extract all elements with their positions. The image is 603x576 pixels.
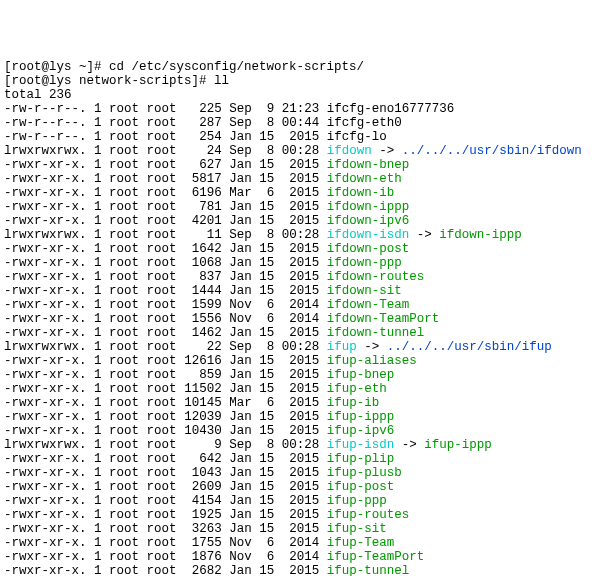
file-date: Jan 15 2015 bbox=[229, 494, 319, 508]
file-permissions: -rwxr-xr-x. bbox=[4, 158, 87, 172]
file-name: ifdown-sit bbox=[327, 284, 402, 298]
symlink-target: ifdown-ippp bbox=[439, 228, 522, 242]
file-size: 22 bbox=[184, 340, 222, 354]
file-permissions: -rwxr-xr-x. bbox=[4, 424, 87, 438]
file-owner: root bbox=[109, 550, 139, 564]
file-owner: root bbox=[109, 102, 139, 116]
symlink-target: ifup-ippp bbox=[424, 438, 492, 452]
link-count: 1 bbox=[94, 200, 102, 214]
file-date: Jan 15 2015 bbox=[229, 200, 319, 214]
file-permissions: -rwxr-xr-x. bbox=[4, 522, 87, 536]
file-group: root bbox=[147, 298, 177, 312]
link-count: 1 bbox=[94, 522, 102, 536]
file-size: 225 bbox=[184, 102, 222, 116]
file-name: ifdown-post bbox=[327, 242, 410, 256]
link-count: 1 bbox=[94, 158, 102, 172]
file-size: 4201 bbox=[184, 214, 222, 228]
file-owner: root bbox=[109, 144, 139, 158]
file-date: Nov 6 2014 bbox=[229, 550, 319, 564]
file-size: 837 bbox=[184, 270, 222, 284]
file-name: ifdown-ipv6 bbox=[327, 214, 410, 228]
file-group: root bbox=[147, 466, 177, 480]
file-group: root bbox=[147, 186, 177, 200]
file-size: 1043 bbox=[184, 466, 222, 480]
link-count: 1 bbox=[94, 270, 102, 284]
file-permissions: lrwxrwxrwx. bbox=[4, 228, 87, 242]
file-name: ifup-isdn bbox=[327, 438, 395, 452]
file-date: Jan 15 2015 bbox=[229, 158, 319, 172]
file-size: 6196 bbox=[184, 186, 222, 200]
file-permissions: -rwxr-xr-x. bbox=[4, 452, 87, 466]
file-permissions: -rwxr-xr-x. bbox=[4, 298, 87, 312]
file-name: ifdown-Team bbox=[327, 298, 410, 312]
link-count: 1 bbox=[94, 284, 102, 298]
file-date: Jan 15 2015 bbox=[229, 354, 319, 368]
file-group: root bbox=[147, 200, 177, 214]
file-date: Jan 15 2015 bbox=[229, 466, 319, 480]
file-owner: root bbox=[109, 116, 139, 130]
file-group: root bbox=[147, 130, 177, 144]
file-owner: root bbox=[109, 368, 139, 382]
file-group: root bbox=[147, 270, 177, 284]
file-size: 10145 bbox=[184, 396, 222, 410]
symlink-arrow: -> bbox=[372, 144, 402, 158]
link-count: 1 bbox=[94, 242, 102, 256]
file-owner: root bbox=[109, 564, 139, 576]
file-name: ifup-plip bbox=[327, 452, 395, 466]
file-owner: root bbox=[109, 228, 139, 242]
file-owner: root bbox=[109, 354, 139, 368]
file-name: ifup bbox=[327, 340, 357, 354]
file-date: Jan 15 2015 bbox=[229, 508, 319, 522]
file-owner: root bbox=[109, 396, 139, 410]
file-date: Jan 15 2015 bbox=[229, 284, 319, 298]
file-date: Jan 15 2015 bbox=[229, 564, 319, 576]
link-count: 1 bbox=[94, 508, 102, 522]
file-size: 12616 bbox=[184, 354, 222, 368]
link-count: 1 bbox=[94, 340, 102, 354]
link-count: 1 bbox=[94, 354, 102, 368]
file-name: ifdown-ppp bbox=[327, 256, 402, 270]
file-size: 1462 bbox=[184, 326, 222, 340]
file-size: 642 bbox=[184, 452, 222, 466]
file-size: 1925 bbox=[184, 508, 222, 522]
file-permissions: -rwxr-xr-x. bbox=[4, 536, 87, 550]
file-owner: root bbox=[109, 130, 139, 144]
file-permissions: -rwxr-xr-x. bbox=[4, 564, 87, 576]
file-name: ifup-ipv6 bbox=[327, 424, 395, 438]
file-size: 3263 bbox=[184, 522, 222, 536]
command-text: ll bbox=[214, 74, 229, 88]
file-group: root bbox=[147, 452, 177, 466]
file-size: 781 bbox=[184, 200, 222, 214]
file-date: Jan 15 2015 bbox=[229, 172, 319, 186]
link-count: 1 bbox=[94, 382, 102, 396]
file-permissions: -rwxr-xr-x. bbox=[4, 186, 87, 200]
file-size: 11 bbox=[184, 228, 222, 242]
file-permissions: -rwxr-xr-x. bbox=[4, 172, 87, 186]
file-date: Jan 15 2015 bbox=[229, 480, 319, 494]
file-date: Nov 6 2014 bbox=[229, 298, 319, 312]
file-group: root bbox=[147, 522, 177, 536]
symlink-arrow: -> bbox=[394, 438, 424, 452]
file-name: ifup-ppp bbox=[327, 494, 387, 508]
file-name: ifup-eth bbox=[327, 382, 387, 396]
link-count: 1 bbox=[94, 214, 102, 228]
file-date: Jan 15 2015 bbox=[229, 382, 319, 396]
file-size: 5817 bbox=[184, 172, 222, 186]
file-date: Jan 15 2015 bbox=[229, 256, 319, 270]
file-permissions: lrwxrwxrwx. bbox=[4, 144, 87, 158]
file-size: 1068 bbox=[184, 256, 222, 270]
file-group: root bbox=[147, 102, 177, 116]
file-owner: root bbox=[109, 410, 139, 424]
file-date: Jan 15 2015 bbox=[229, 368, 319, 382]
symlink-arrow: -> bbox=[409, 228, 439, 242]
file-permissions: -rwxr-xr-x. bbox=[4, 354, 87, 368]
file-group: root bbox=[147, 424, 177, 438]
terminal-output[interactable]: [root@lys ~]# cd /etc/sysconfig/network-… bbox=[4, 60, 599, 576]
file-group: root bbox=[147, 438, 177, 452]
file-owner: root bbox=[109, 326, 139, 340]
link-count: 1 bbox=[94, 396, 102, 410]
symlink-target: ../../../usr/sbin/ifdown bbox=[402, 144, 582, 158]
file-group: root bbox=[147, 550, 177, 564]
file-permissions: -rwxr-xr-x. bbox=[4, 494, 87, 508]
file-date: Jan 15 2015 bbox=[229, 326, 319, 340]
